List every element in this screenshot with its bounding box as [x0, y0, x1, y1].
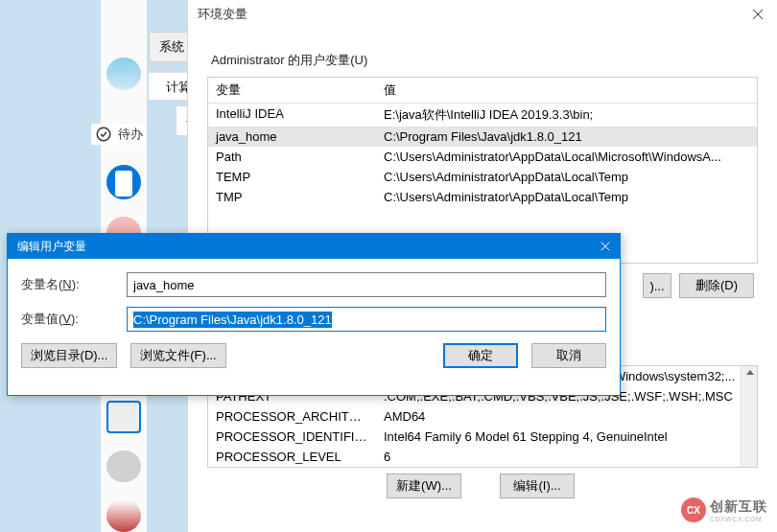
watermark: CX 创新互联 CDXWCX.COM	[681, 497, 767, 522]
avatar-selected[interactable]	[106, 401, 141, 433]
dialog-titlebar: 编辑用户变量	[8, 234, 620, 259]
avatar[interactable]	[106, 499, 141, 532]
ok-button[interactable]: 确定	[443, 343, 518, 368]
new-button[interactable]: 新建(W)...	[387, 474, 461, 498]
variable-value-label: 变量值(V):	[21, 311, 127, 328]
watermark-badge: CX	[681, 497, 706, 522]
watermark-text: 创新互联	[710, 498, 767, 516]
table-row[interactable]: PROCESSOR_ARCHITECT... AMD64	[208, 406, 757, 427]
browse-directory-button[interactable]: 浏览目录(D)...	[21, 343, 117, 368]
table-row[interactable]: Path C:\Users\Administrator\AppData\Loca…	[208, 147, 757, 167]
variable-name-label: 变量名(N):	[21, 276, 127, 293]
device-icon[interactable]	[106, 165, 141, 199]
variable-value-input[interactable]: C:\Program Files\Java\jdk1.8.0_121	[127, 307, 606, 332]
system-vars-buttons: 新建(W)... 编辑(I)...	[207, 474, 758, 498]
close-button[interactable]	[739, 0, 777, 29]
svg-point-1	[97, 127, 110, 141]
close-button[interactable]	[591, 234, 620, 259]
table-row[interactable]: PROCESSOR_LEVEL 6	[208, 447, 757, 467]
close-icon	[752, 9, 764, 20]
user-vars-label: Administrator 的用户变量(U)	[211, 52, 758, 69]
pending-label: 待办	[118, 126, 143, 143]
dialog-title: 编辑用户变量	[17, 239, 86, 255]
watermark-sub: CDXWCX.COM	[710, 516, 767, 522]
col-variable: 变量	[208, 78, 376, 103]
delete-button[interactable]: 删除(D)	[679, 273, 754, 298]
table-row[interactable]: TMP C:\Users\Administrator\AppData\Local…	[208, 187, 757, 207]
col-value: 值	[376, 78, 757, 103]
edit-variable-dialog: 编辑用户变量 变量名(N): 变量值(V): C:\Program Files\…	[7, 233, 621, 396]
table-row[interactable]: TEMP C:\Users\Administrator\AppData\Loca…	[208, 167, 757, 187]
table-header: 变量 值	[208, 78, 757, 104]
scrollbar[interactable]	[741, 366, 757, 467]
new-button-partial[interactable]: )...	[643, 273, 671, 298]
svg-rect-0	[115, 171, 132, 197]
table-row[interactable]: PROCESSOR_IDENTIFIER Intel64 Family 6 Mo…	[208, 427, 757, 447]
cancel-button[interactable]: 取消	[531, 343, 606, 368]
avatar[interactable]	[106, 451, 141, 483]
browse-file-button[interactable]: 浏览文件(F)...	[130, 343, 226, 368]
variable-name-input[interactable]	[127, 272, 606, 297]
env-title: 环境变量	[198, 6, 247, 23]
close-icon	[600, 242, 610, 251]
table-row[interactable]: IntelliJ IDEA E:\java软件\IntelliJ IDEA 20…	[208, 104, 757, 127]
check-circle-icon	[95, 126, 112, 143]
env-titlebar: 环境变量	[188, 0, 777, 29]
edit-button[interactable]: 编辑(I)...	[500, 474, 575, 498]
avatar[interactable]	[106, 58, 141, 90]
pending-tasks[interactable]: 待办	[91, 124, 147, 145]
table-row[interactable]: java_home C:\Program Files\Java\jdk1.8.0…	[208, 127, 757, 147]
